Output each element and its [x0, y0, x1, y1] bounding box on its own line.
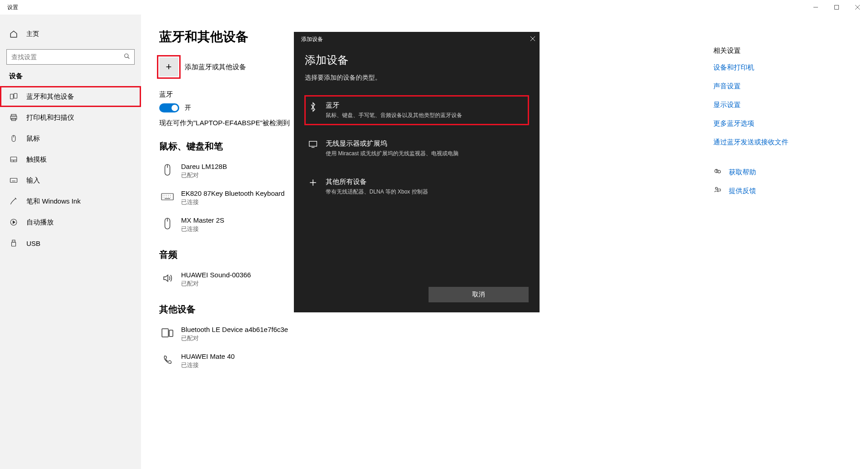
choice-desc: 带有无线适配器、DLNA 等的 Xbox 控制器 — [326, 188, 428, 196]
search-input[interactable] — [6, 49, 135, 65]
sidebar-item-label: 自动播放 — [26, 218, 54, 227]
device-status: 已连接 — [181, 198, 285, 206]
link-get-help[interactable]: 获取帮助 — [729, 168, 756, 177]
mouse-icon — [161, 163, 174, 176]
svg-point-4 — [125, 54, 128, 57]
svg-point-45 — [716, 172, 717, 172]
home-nav[interactable]: 主页 — [0, 24, 141, 45]
toggle-state-label: 开 — [185, 104, 191, 112]
link-feedback[interactable]: 提供反馈 — [729, 187, 756, 195]
phone-icon — [161, 353, 174, 366]
minimize-button[interactable] — [805, 0, 826, 15]
choice-title: 其他所有设备 — [326, 178, 428, 186]
choice-bluetooth[interactable]: 蓝牙鼠标、键盘、手写笔、音频设备以及其他类型的蓝牙设备 — [305, 96, 529, 125]
sidebar-item-mouse[interactable]: 鼠标 — [0, 128, 141, 149]
home-icon — [9, 30, 18, 39]
add-device-button[interactable]: + — [159, 57, 178, 76]
dialog-heading: 添加设备 — [305, 53, 529, 67]
maximize-button[interactable] — [826, 0, 847, 15]
dialog-subtitle: 选择要添加的设备的类型。 — [305, 74, 529, 82]
svg-rect-41 — [162, 329, 168, 337]
sidebar-item-bluetooth[interactable]: 蓝牙和其他设备 — [0, 86, 141, 107]
printer-icon — [9, 113, 18, 122]
device-status: 已连接 — [181, 361, 235, 369]
add-device-label: 添加蓝牙或其他设备 — [185, 63, 246, 71]
sidebar-item-label: 笔和 Windows Ink — [26, 197, 81, 206]
device-status: 已配对 — [181, 171, 227, 179]
search-icon[interactable] — [124, 53, 130, 61]
link-devices-printers[interactable]: 设备和打印机 — [713, 63, 854, 72]
link-more-bluetooth[interactable]: 更多蓝牙选项 — [713, 119, 854, 128]
sidebar-item-pen[interactable]: 笔和 Windows Ink — [0, 191, 141, 212]
svg-rect-23 — [12, 240, 15, 242]
window-titlebar: 设置 — [0, 0, 868, 15]
svg-rect-7 — [14, 93, 17, 98]
sidebar-item-label: 输入 — [26, 176, 40, 185]
bluetooth-toggle[interactable] — [159, 103, 179, 112]
bluetooth-devices-icon — [9, 92, 18, 101]
svg-rect-42 — [169, 330, 173, 336]
dialog-title: 添加设备 — [301, 36, 323, 43]
plus-icon — [308, 178, 318, 196]
mouse-icon — [161, 217, 174, 230]
plus-icon: + — [166, 61, 172, 73]
usb-icon — [9, 239, 18, 248]
window-title: 设置 — [7, 4, 18, 11]
svg-rect-47 — [718, 189, 721, 191]
pen-icon — [9, 197, 18, 206]
svg-point-46 — [716, 187, 718, 189]
bluetooth-icon — [308, 101, 318, 119]
device-status: 已配对 — [181, 280, 251, 288]
device-item[interactable]: HUAWEI Mate 40已连接 — [159, 349, 695, 376]
cancel-button[interactable]: 取消 — [429, 287, 529, 302]
svg-rect-50 — [309, 141, 317, 146]
touchpad-icon — [9, 155, 18, 164]
mouse-icon — [9, 134, 18, 143]
sidebar-item-label: 触摸板 — [26, 155, 47, 164]
choice-title: 蓝牙 — [326, 101, 462, 110]
device-status: 已配对 — [181, 334, 288, 342]
dialog-close-button[interactable] — [530, 36, 535, 42]
link-display-settings[interactable]: 显示设置 — [713, 101, 854, 109]
svg-rect-27 — [161, 194, 173, 200]
svg-rect-1 — [835, 5, 839, 10]
device-item[interactable]: Bluetooth LE Device a4b61e7f6c3e已配对 — [159, 322, 695, 349]
sidebar-item-printers[interactable]: 打印机和扫描仪 — [0, 107, 141, 128]
device-name: HUAWEI Mate 40 — [181, 352, 235, 360]
choice-desc: 鼠标、键盘、手写笔、音频设备以及其他类型的蓝牙设备 — [326, 112, 462, 119]
keyboard-icon — [9, 176, 18, 185]
sidebar-item-label: USB — [26, 240, 40, 247]
sidebar-item-autoplay[interactable]: 自动播放 — [0, 212, 141, 233]
choice-title: 无线显示器或扩展坞 — [326, 139, 459, 148]
keyboard-icon — [161, 190, 174, 203]
sidebar-item-touchpad[interactable]: 触摸板 — [0, 149, 141, 170]
speaker-icon — [161, 272, 174, 285]
choice-wireless-display[interactable]: 无线显示器或扩展坞使用 Miracast 或无线扩展坞的无线监视器、电视或电脑 — [305, 134, 529, 163]
device-name: HUAWEI Sound-00366 — [181, 271, 251, 279]
choice-everything-else[interactable]: 其他所有设备带有无线适配器、DLNA 等的 Xbox 控制器 — [305, 172, 529, 201]
sidebar-item-label: 蓝牙和其他设备 — [26, 92, 74, 101]
svg-line-5 — [128, 57, 130, 59]
device-name: EK820 87Key Bluetooth Keyboard — [181, 189, 285, 197]
svg-rect-6 — [10, 94, 14, 99]
display-icon — [308, 139, 318, 158]
sidebar-item-usb[interactable]: USB — [0, 233, 141, 254]
close-button[interactable] — [847, 0, 868, 15]
sidebar-section-label: 设备 — [0, 72, 141, 81]
svg-rect-16 — [10, 178, 17, 183]
link-bt-send-receive[interactable]: 通过蓝牙发送或接收文件 — [713, 138, 854, 147]
related-settings-title: 相关设置 — [713, 46, 854, 55]
sidebar-item-label: 鼠标 — [26, 134, 40, 143]
right-panel: 相关设置 设备和打印机 声音设置 显示设置 更多蓝牙选项 通过蓝牙发送或接收文件… — [713, 15, 868, 469]
add-device-dialog: 添加设备 添加设备 选择要添加的设备的类型。 蓝牙鼠标、键盘、手写笔、音频设备以… — [294, 32, 540, 312]
home-label: 主页 — [26, 30, 39, 38]
help-icon — [713, 168, 722, 177]
device-name: Dareu LM128B — [181, 163, 227, 170]
svg-rect-24 — [12, 242, 16, 246]
link-sound-settings[interactable]: 声音设置 — [713, 82, 854, 91]
feedback-icon — [713, 186, 722, 196]
phone-tablet-icon — [161, 326, 174, 339]
device-name: MX Master 2S — [181, 216, 224, 224]
sidebar-item-typing[interactable]: 输入 — [0, 170, 141, 191]
choice-desc: 使用 Miracast 或无线扩展坞的无线监视器、电视或电脑 — [326, 150, 459, 158]
